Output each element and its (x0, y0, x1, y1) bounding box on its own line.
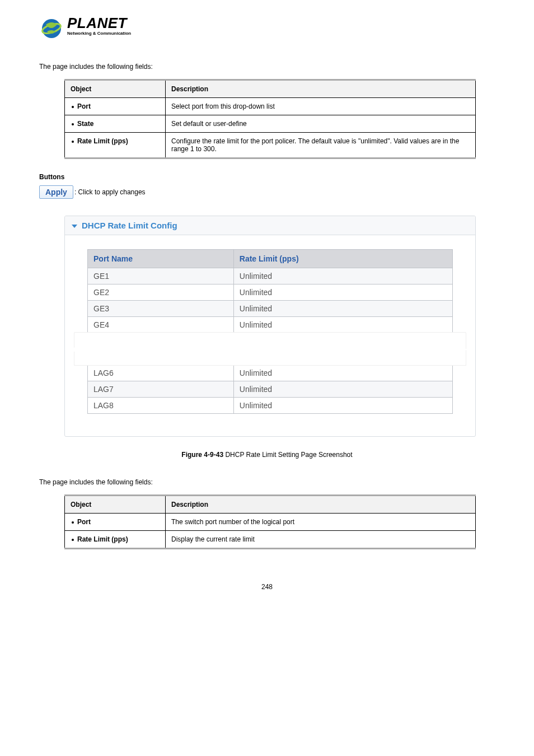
table2-header-object: Object (65, 496, 166, 514)
apply-button[interactable]: Apply (39, 185, 73, 199)
field-desc: Configure the rate limit for the port po… (166, 133, 476, 158)
intro-text-2: The page includes the following fields: (39, 478, 495, 486)
table-row: GE4Unlimited (88, 317, 453, 333)
table-row: Port Select port from this drop-down lis… (65, 98, 476, 115)
table-row: LAG8Unlimited (88, 398, 453, 414)
rate-cell: Unlimited (233, 317, 452, 333)
rate-cell: Unlimited (233, 301, 452, 317)
content-break-icon (87, 332, 453, 366)
table-row: GE1Unlimited (88, 268, 453, 284)
port-cell: LAG7 (88, 381, 234, 398)
rate-cell: Unlimited (233, 365, 452, 381)
table1-header-object: Object (65, 80, 166, 98)
table-row: LAG7Unlimited (88, 381, 453, 398)
table-row: Port The switch port number of the logic… (65, 514, 476, 531)
port-cell: GE1 (88, 268, 234, 284)
page-number: 248 (39, 583, 495, 591)
intro-text-1: The page includes the following fields: (39, 63, 495, 71)
table-row: State Set default or user-define (65, 115, 476, 133)
bullet-icon (72, 539, 74, 541)
logo-tagline: Networking & Communication (67, 31, 131, 36)
table2-header-description: Description (166, 496, 476, 514)
fields-table-2: Object Description Port The switch port … (64, 494, 476, 549)
rate-cell: Unlimited (233, 268, 452, 284)
logo-name: PLANET (67, 17, 131, 30)
field-name: Rate Limit (pps) (77, 535, 128, 543)
table-row: GE2Unlimited (88, 284, 453, 301)
field-desc: Select port from this drop-down list (166, 98, 476, 115)
figure-caption: Figure 4-9-43 DHCP Rate Limit Setting Pa… (39, 451, 495, 459)
port-cell: LAG6 (88, 365, 234, 381)
cfg-header-port: Port Name (88, 250, 234, 268)
bullet-icon (72, 123, 74, 125)
bullet-icon (72, 141, 74, 143)
table-row: Rate Limit (pps) Display the current rat… (65, 531, 476, 549)
field-name: Port (77, 102, 91, 110)
table-row: LAG6Unlimited (88, 365, 453, 381)
panel-title: DHCP Rate Limit Config (82, 221, 177, 230)
panel-title-bar[interactable]: DHCP Rate Limit Config (65, 216, 475, 235)
planet-globe-icon (39, 17, 64, 40)
field-name: State (77, 120, 93, 128)
field-desc: The switch port number of the logical po… (166, 514, 476, 531)
config-table-top: Port Name Rate Limit (pps) GE1Unlimited … (87, 249, 453, 333)
field-name: Rate Limit (pps) (77, 137, 128, 145)
apply-description: : Click to apply changes (74, 188, 146, 196)
bullet-icon (72, 521, 74, 524)
cfg-header-rate: Rate Limit (pps) (233, 250, 452, 268)
figure-number: Figure 4-9-43 (181, 451, 223, 459)
field-name: Port (77, 518, 91, 526)
port-cell: GE2 (88, 284, 234, 301)
table-row: Rate Limit (pps) Configure the rate limi… (65, 133, 476, 158)
buttons-heading: Buttons (39, 173, 495, 181)
fields-table-1: Object Description Port Select port from… (64, 79, 476, 159)
table-row: GE3Unlimited (88, 301, 453, 317)
rate-cell: Unlimited (233, 398, 452, 414)
field-desc: Display the current rate limit (166, 531, 476, 549)
caret-down-icon (72, 225, 77, 228)
port-cell: LAG8 (88, 398, 234, 414)
brand-logo: PLANET Networking & Communication (39, 17, 495, 40)
table1-header-description: Description (166, 80, 476, 98)
rate-cell: Unlimited (233, 381, 452, 398)
bullet-icon (72, 106, 74, 108)
rate-cell: Unlimited (233, 284, 452, 301)
dhcp-rate-limit-panel: DHCP Rate Limit Config Port Name Rate Li… (64, 216, 476, 437)
figure-text: DHCP Rate Limit Setting Page Screenshot (223, 451, 353, 459)
field-desc: Set default or user-define (166, 115, 476, 133)
config-table-bottom: LAG6Unlimited LAG7Unlimited LAG8Unlimite… (87, 365, 453, 414)
port-cell: GE4 (88, 317, 234, 333)
port-cell: GE3 (88, 301, 234, 317)
